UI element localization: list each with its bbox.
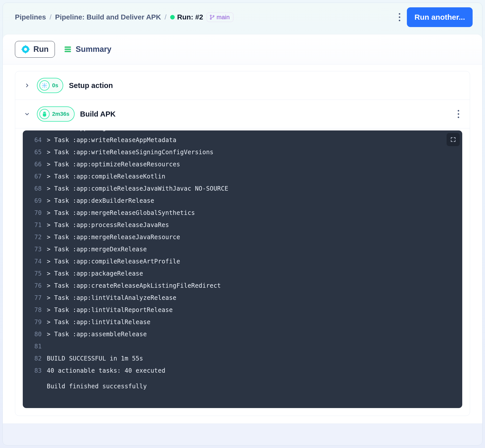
tabs-bar: Run Summary [3,34,482,64]
svg-point-1 [210,18,211,19]
log-line-number: 69 [23,195,47,207]
log-line: 70> Task :app:mergeReleaseGlobalSyntheti… [23,207,454,219]
log-line-text: > Task :app:mergeExtDexRelease [47,130,158,134]
log-line-text: > Task :app:lintVitalReportRelease [47,304,173,316]
log-line: 63> Task :app:mergeExtDexRelease [23,130,454,134]
svg-point-0 [210,15,211,16]
branch-chip[interactable]: main [207,12,233,22]
log-line-number: 64 [23,134,47,146]
log-line-text: > Task :app:mergeReleaseJavaResource [47,231,180,243]
svg-rect-11 [28,49,30,50]
log-line-number: 77 [23,292,47,304]
log-line: 79> Task :app:lintVitalRelease [23,316,454,328]
tab-summary[interactable]: Summary [63,45,111,54]
summary-icon [63,45,72,54]
log-line-number: 83 [23,365,47,377]
breadcrumb-run: Run: #2 [170,13,203,21]
log-line: 64> Task :app:writeReleaseAppMetadata [23,134,454,146]
log-line-text: > Task :app:assembleRelease [47,328,147,340]
log-line-number: 74 [23,255,47,267]
steps-panel: 0s Setup action 2m36s Build APK [3,64,482,423]
svg-rect-9 [25,52,26,54]
log-line: 65> Task :app:writeReleaseSigningConfigV… [23,146,454,158]
content-card: Run Summary [3,34,482,424]
log-line-text: > Task :app:lintVitalAnalyzeRelease [47,292,177,304]
svg-point-20 [458,117,459,118]
log-line: 80> Task :app:assembleRelease [23,328,454,340]
breadcrumb-separator: / [165,13,167,21]
log-line: 69> Task :app:dexBuilderRelease [23,195,454,207]
log-line: 8340 actionable tasks: 40 executed [23,365,454,377]
log-line-number: 70 [23,207,47,219]
kebab-icon [398,13,401,21]
svg-rect-14 [65,51,71,52]
breadcrumb-separator: / [50,13,52,21]
log-line: 82BUILD SUCCESSFUL in 1m 55s [23,352,454,365]
log-line-number: 67 [23,170,47,183]
gear-icon [39,80,50,91]
svg-rect-12 [65,47,71,48]
log-line-number: 65 [23,146,47,158]
log-line-number: 63 [23,130,47,134]
log-line-text: > Task :app:compileReleaseArtProfile [47,255,180,267]
svg-rect-10 [21,49,23,50]
log-line: 77> Task :app:lintVitalAnalyzeRelease [23,292,454,304]
status-success-icon [170,15,175,19]
log-footer-text: Build finished successfully [47,380,147,392]
chevron-right-icon [25,83,30,88]
log-line-text: > Task :app:compileReleaseKotlin [47,170,165,183]
log-line-number: 80 [23,328,47,340]
gear-run-icon [21,45,30,54]
svg-point-17 [45,113,46,113]
build-log: 63> Task :app:mergeExtDexRelease64> Task… [23,130,462,408]
step-menu-button[interactable] [455,107,462,121]
step-header-build[interactable]: 2m36s Build APK [15,100,470,128]
log-line-text: > Task :app:dexBuilderRelease [47,195,154,207]
step-duration-chip: 0s [37,78,63,93]
log-line-text: > Task :app:mergeDexRelease [47,243,147,255]
log-line-number: 76 [23,280,47,292]
tab-run[interactable]: Run [15,41,55,58]
log-line-number: 73 [23,243,47,255]
log-line-text: > Task :app:mergeReleaseGlobalSynthetics [47,207,195,219]
log-line-text: > Task :app:writeReleaseAppMetadata [47,134,177,146]
log-line-text: > Task :app:optimizeReleaseResources [47,158,180,170]
svg-point-18 [458,110,459,111]
step-title: Setup action [69,81,462,90]
log-line-number: 75 [23,267,47,280]
collapse-toggle[interactable] [23,110,31,118]
expand-toggle[interactable] [23,81,31,90]
run-another-button[interactable]: Run another... [407,7,473,27]
log-line-number: 78 [23,304,47,316]
tab-run-label: Run [33,45,49,54]
log-line: 73> Task :app:mergeDexRelease [23,243,454,255]
step-duration: 2m36s [52,111,70,117]
log-line: 78> Task :app:lintVitalReportRelease [23,304,454,316]
svg-point-19 [458,113,459,115]
log-line-text: 40 actionable tasks: 40 executed [47,365,165,377]
breadcrumb-pipeline[interactable]: Pipeline: Build and Deliver APK [55,13,161,21]
log-line-text: BUILD SUCCESSFUL in 1m 55s [47,352,143,365]
page-header: Pipelines / Pipeline: Build and Deliver … [3,3,482,32]
log-line: 76> Task :app:createReleaseApkListingFil… [23,280,454,292]
log-line: 68> Task :app:compileReleaseJavaWithJava… [23,183,454,195]
tab-summary-label: Summary [76,45,111,54]
log-line: 71> Task :app:processReleaseJavaRes [23,219,454,231]
svg-point-3 [399,13,400,15]
breadcrumb-pipelines[interactable]: Pipelines [15,13,46,21]
log-line-text: > Task :app:createReleaseApkListingFileR… [47,280,221,292]
log-scroll-area[interactable]: 63> Task :app:mergeExtDexRelease64> Task… [23,130,462,408]
android-icon [39,109,50,119]
svg-rect-8 [25,45,26,47]
log-line: 72> Task :app:mergeReleaseJavaResource [23,231,454,243]
svg-rect-13 [65,49,71,50]
git-branch-icon [209,14,215,20]
log-line-number: 71 [23,219,47,231]
step-header-setup[interactable]: 0s Setup action [15,71,470,100]
log-line-number: 72 [23,231,47,243]
step-duration-chip: 2m36s [37,106,75,122]
log-line: 74> Task :app:compileReleaseArtProfile [23,255,454,267]
log-line: 81 [23,340,454,352]
log-line: 75> Task :app:packageRelease [23,267,454,280]
header-menu-button[interactable] [396,10,403,24]
